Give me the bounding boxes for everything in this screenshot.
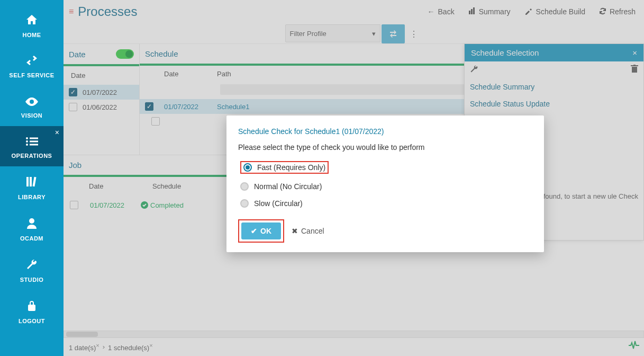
x-icon: ✖ — [292, 227, 298, 235]
option-label: Normal (No Circular) — [254, 182, 322, 191]
ok-button[interactable]: ✔ OK — [241, 222, 281, 239]
radio-icon[interactable] — [243, 163, 252, 172]
books-icon — [25, 176, 38, 191]
lock-icon — [26, 300, 37, 315]
cancel-label: Cancel — [301, 227, 324, 235]
home-icon — [25, 14, 38, 29]
sidenav-label: LOGOUT — [19, 318, 45, 324]
sidenav-item-logout[interactable]: LOGOUT — [0, 290, 64, 332]
option-label: Fast (Requires Only) — [257, 163, 325, 172]
main-area: ≡ Processes ← Back Summary Sched — [64, 0, 644, 356]
svg-point-2 — [26, 140, 28, 143]
check-icon: ✔ — [251, 227, 257, 235]
radio-option-slow[interactable]: Slow (Circular) — [238, 195, 532, 212]
sidenav-item-operations[interactable]: × OPERATIONS — [0, 126, 64, 166]
dialog-title: Schedule Check for Schedule1 (01/07/2022… — [238, 127, 532, 136]
dialog-actions: ✔ OK ✖ Cancel — [238, 219, 532, 243]
radio-icon[interactable] — [240, 182, 249, 191]
schedule-check-dialog: Schedule Check for Schedule1 (01/07/2022… — [226, 115, 544, 252]
svg-point-9 — [29, 218, 34, 224]
svg-rect-10 — [28, 305, 35, 311]
sidenav-item-ocadm[interactable]: OCADM — [0, 208, 64, 249]
sidenav-label: OCADM — [20, 235, 43, 242]
list-icon — [25, 136, 38, 149]
svg-rect-6 — [26, 177, 29, 186]
radio-icon[interactable] — [240, 199, 249, 208]
wrench-icon — [26, 259, 38, 273]
sidenav-label: LIBRARY — [18, 194, 46, 200]
sidenav-item-self-service[interactable]: SELF SERVICE — [0, 46, 64, 86]
sidenav-label: SELF SERVICE — [9, 72, 54, 78]
radio-option-normal[interactable]: Normal (No Circular) — [238, 178, 532, 195]
svg-rect-8 — [32, 177, 36, 186]
side-nav: HOME SELF SERVICE VISION × OPERATIONS — [0, 0, 64, 356]
sidenav-item-vision[interactable]: VISION — [0, 86, 64, 126]
sidenav-label: VISION — [21, 112, 42, 119]
sidenav-label: STUDIO — [20, 277, 44, 283]
svg-rect-1 — [30, 138, 38, 139]
svg-point-0 — [26, 137, 28, 139]
svg-rect-5 — [30, 144, 38, 146]
option-label: Slow (Circular) — [254, 199, 303, 208]
sidenav-label: HOME — [23, 32, 41, 38]
swap-icon — [25, 55, 38, 69]
sidenav-item-studio[interactable]: STUDIO — [0, 249, 64, 290]
svg-rect-3 — [30, 141, 38, 143]
dialog-prompt: Please select the type of check you woul… — [238, 143, 532, 152]
sidenav-item-library[interactable]: LIBRARY — [0, 166, 64, 208]
eye-icon — [25, 95, 39, 109]
sidenav-item-home[interactable]: HOME — [0, 4, 64, 46]
ok-label: OK — [260, 227, 271, 235]
radio-option-fast[interactable]: Fast (Requires Only) — [238, 157, 532, 178]
close-icon[interactable]: × — [55, 128, 59, 137]
user-icon — [26, 217, 38, 232]
svg-rect-7 — [30, 177, 32, 186]
cancel-button[interactable]: ✖ Cancel — [292, 227, 324, 235]
sidenav-label: OPERATIONS — [12, 153, 52, 159]
svg-point-4 — [26, 144, 28, 146]
